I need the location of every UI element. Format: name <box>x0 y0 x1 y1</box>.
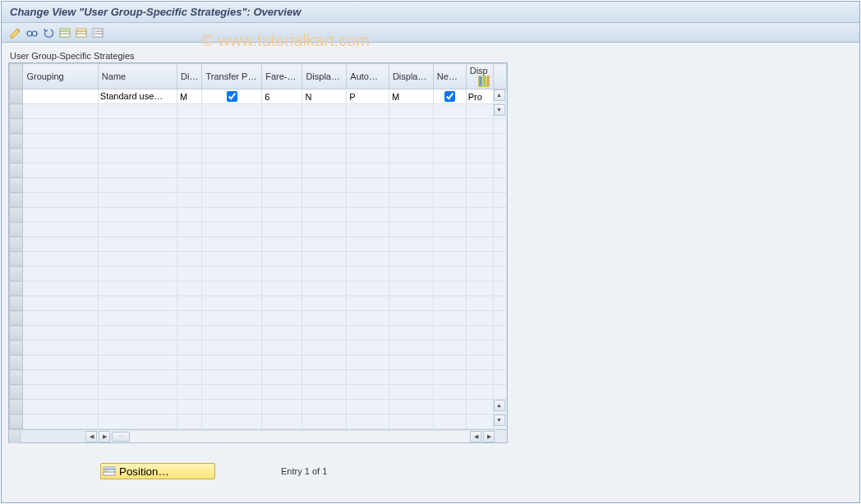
empty-cell <box>347 149 389 163</box>
row-selector[interactable] <box>10 89 23 104</box>
cell-grouping[interactable] <box>23 89 98 104</box>
fared-input[interactable] <box>264 92 300 102</box>
scroll-up2-button[interactable]: ▲ <box>494 400 505 411</box>
empty-cell <box>202 267 262 282</box>
row-selector[interactable] <box>10 193 23 208</box>
table-row-empty <box>10 222 507 237</box>
empty-cell <box>202 355 262 370</box>
empty-cell <box>389 193 433 208</box>
col-grouping[interactable]: Grouping <box>23 64 98 89</box>
row-selector[interactable] <box>10 311 23 326</box>
row-selector[interactable] <box>10 119 23 134</box>
display2-input[interactable] <box>391 92 431 102</box>
col-dis[interactable]: Dis… <box>177 64 202 89</box>
empty-cell <box>302 326 347 341</box>
row-selector[interactable] <box>10 237 23 252</box>
cell-display2[interactable] <box>389 89 433 104</box>
data-table: Grouping Name Dis… Transfer P… Fare-d… D… <box>9 63 507 429</box>
row-selector[interactable] <box>10 149 23 163</box>
empty-cell <box>347 296 389 311</box>
empty-cell <box>202 208 262 222</box>
row-selector-header[interactable] <box>10 64 23 89</box>
row-selector[interactable] <box>10 400 23 415</box>
row-selector[interactable] <box>10 355 23 370</box>
row-selector[interactable] <box>10 326 23 341</box>
hscroll-thumb[interactable]: ⋯ <box>112 432 130 442</box>
grouping-input[interactable] <box>25 92 95 102</box>
delimit-icon[interactable] <box>90 25 105 40</box>
row-selector[interactable] <box>10 163 23 178</box>
undo-icon[interactable] <box>41 25 56 40</box>
copy-icon[interactable] <box>74 25 89 40</box>
col-fared[interactable]: Fare-d… <box>262 64 302 89</box>
empty-cell <box>302 370 347 385</box>
table-row-empty <box>10 208 507 222</box>
row-selector[interactable] <box>10 104 23 119</box>
empty-cell <box>302 178 347 193</box>
empty-cell <box>177 267 202 282</box>
empty-cell <box>23 222 98 237</box>
hscroll-left2-button[interactable]: ◀ <box>470 431 481 442</box>
cell-disp3[interactable]: Pro <box>466 89 493 104</box>
empty-cell <box>433 134 466 149</box>
row-selector[interactable] <box>10 370 23 385</box>
vscroll-cell <box>493 119 506 134</box>
new-entries-icon[interactable] <box>58 25 72 40</box>
empty-cell <box>347 400 389 415</box>
col-display2[interactable]: Display… <box>389 64 433 89</box>
neg-checkbox[interactable] <box>444 91 455 102</box>
empty-cell <box>466 222 493 237</box>
dis-input[interactable] <box>179 92 200 102</box>
row-selector[interactable] <box>10 341 23 355</box>
row-selector[interactable] <box>10 415 23 429</box>
cell-fared[interactable] <box>262 89 302 104</box>
cell-name[interactable]: Standard use… <box>98 89 177 104</box>
cell-transfer[interactable] <box>202 89 262 104</box>
empty-cell <box>23 415 98 429</box>
scroll-down2-button[interactable]: ▼ <box>494 415 505 426</box>
row-selector[interactable] <box>10 222 23 237</box>
empty-cell <box>347 341 389 355</box>
row-selector[interactable] <box>10 282 23 296</box>
position-button[interactable]: Position… <box>100 463 215 479</box>
hscroll-track[interactable] <box>131 431 469 442</box>
col-transfer[interactable]: Transfer P… <box>202 64 262 89</box>
col-disp3[interactable]: Disp <box>466 64 493 89</box>
empty-cell <box>389 326 433 341</box>
col-name[interactable]: Name <box>98 64 177 89</box>
row-selector[interactable] <box>10 208 23 222</box>
cell-display1[interactable] <box>302 89 347 104</box>
hscroll-right-step-button[interactable]: ▶ <box>99 431 110 442</box>
empty-cell <box>389 222 433 237</box>
cell-autom[interactable] <box>347 89 389 104</box>
empty-cell <box>389 370 433 385</box>
cell-dis[interactable] <box>177 89 202 104</box>
glasses-icon[interactable] <box>25 25 39 40</box>
row-selector[interactable] <box>10 385 23 400</box>
position-icon <box>103 465 116 478</box>
cell-neg[interactable] <box>433 89 466 104</box>
scroll-up-button[interactable]: ▲ <box>494 89 505 101</box>
row-selector[interactable] <box>10 267 23 282</box>
scroll-down-button[interactable]: ▼ <box>494 104 505 116</box>
footer-bar: Position… Entry 1 of 1 <box>0 458 861 484</box>
empty-cell <box>433 341 466 355</box>
autom-input[interactable] <box>348 92 387 102</box>
empty-cell <box>23 400 98 415</box>
hscroll-left-button[interactable]: ◀ <box>85 431 97 442</box>
display1-input[interactable] <box>304 92 344 102</box>
row-selector[interactable] <box>10 252 23 267</box>
empty-cell <box>202 134 262 149</box>
empty-cell <box>98 282 177 296</box>
row-selector[interactable] <box>10 296 23 311</box>
vscroll-cell <box>493 134 506 149</box>
col-autom[interactable]: Autom… <box>347 64 389 89</box>
row-selector[interactable] <box>10 178 23 193</box>
empty-cell <box>98 355 177 370</box>
hscroll-right-button[interactable]: ▶ <box>483 431 495 442</box>
col-neg[interactable]: Neg… <box>433 64 466 89</box>
col-display1[interactable]: Display… <box>302 64 347 89</box>
change-icon[interactable] <box>8 25 23 40</box>
row-selector[interactable] <box>10 134 23 149</box>
transfer-checkbox[interactable] <box>227 91 237 102</box>
